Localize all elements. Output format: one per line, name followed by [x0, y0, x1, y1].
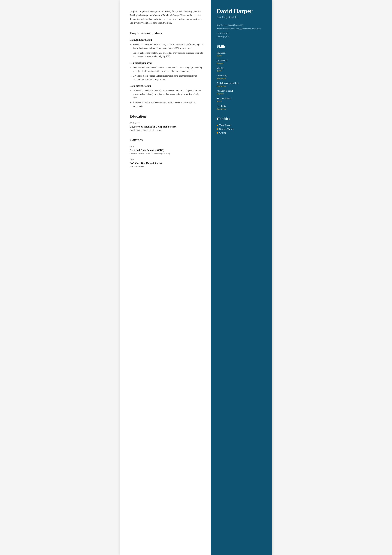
left-column: Diligent computer science graduate looki…	[120, 0, 211, 555]
contact-block: linkedin.com/in/davidharper123, davidhar…	[217, 23, 266, 38]
hobby-label-2: Creative Writing	[219, 128, 234, 130]
job-title-1: Data Administration	[130, 38, 203, 41]
courses-section: Courses 2019 Certified Data Scientist (C…	[130, 138, 203, 168]
employment-section: Employment history Data Administration M…	[130, 31, 203, 108]
skill-mysql: MySQL Skillful	[217, 67, 266, 72]
skill-level-2: Beginner	[217, 62, 266, 65]
hobby-item-2: Creative Writing	[217, 128, 266, 130]
hobby-item-1: Video Games	[217, 124, 266, 127]
skill-name-4: Order entry	[217, 74, 266, 77]
edu-school-1: Florida State College at Bradenton, FL	[130, 129, 203, 131]
skill-name-7: Risk assessment	[217, 97, 266, 100]
skill-level-5: Experienced	[217, 85, 266, 88]
candidate-name: David Harper	[217, 8, 266, 15]
skill-risk: Risk assessment Skillful	[217, 97, 266, 103]
course-name-1: Certified Data Scientist (CDS)	[130, 149, 203, 152]
skill-name-8: Flexibility	[217, 105, 266, 107]
job-bullets-3: Utilized data analysis to identify trend…	[130, 89, 203, 108]
course-year-2: 2020	[130, 158, 203, 161]
hobby-label-1: Video Games	[219, 124, 231, 127]
skill-flexibility: Flexibility Experienced	[217, 105, 266, 110]
skill-quickbooks: Quickbooks Beginner	[217, 59, 266, 65]
bullet-item: Utilized data analysis to identify trend…	[133, 89, 203, 100]
skill-level-1: Skillful	[217, 55, 266, 57]
resume-container: Diligent computer science graduate looki…	[120, 0, 272, 555]
course-institution-2: SAS Institute Inc.	[130, 166, 203, 168]
course-name-2: SAS Certified Data Scientist	[130, 162, 203, 165]
skill-level-7: Skillful	[217, 100, 266, 103]
bullet-item: Managed a database of more than 10,000 c…	[133, 43, 203, 50]
course-entry-1: 2019 Certified Data Scientist (CDS) The …	[130, 145, 203, 155]
hobby-dot-icon	[217, 132, 218, 133]
job-bullets-1: Managed a database of more than 10,000 c…	[130, 43, 203, 58]
skill-name-3: MySQL	[217, 67, 266, 69]
course-entry-2: 2020 SAS Certified Data Scientist SAS In…	[130, 158, 203, 168]
courses-title: Courses	[130, 138, 203, 142]
job-title-2: Relational Databases	[130, 62, 203, 64]
job-bullets-2: Extracted and manipulated data from a co…	[130, 66, 203, 81]
education-title: Education	[130, 114, 203, 118]
bullet-item: Conceptualized and implemented a new dat…	[133, 51, 203, 58]
hobbies-section: Hobbies Video Games Creative Writing Cyc…	[217, 117, 266, 134]
skills-section: Skills MS Excel Skillful Quickbooks Begi…	[217, 44, 266, 110]
employment-title: Employment history	[130, 31, 203, 35]
skill-level-3: Skillful	[217, 70, 266, 72]
hobby-dot-icon	[217, 125, 218, 126]
hobby-dot-icon	[217, 128, 218, 130]
contact-location: San Diego, CA	[217, 36, 266, 38]
skill-attention: Attention to detail Beginner	[217, 90, 266, 95]
skill-name-5: Statistics and probability	[217, 82, 266, 85]
job-title-3: Data Interpretation	[130, 85, 203, 87]
contact-phone: +901 355 0453	[217, 32, 266, 35]
skill-name-6: Attention to detail	[217, 90, 266, 92]
hobby-item-3: Cycling	[217, 132, 266, 134]
contact-links: linkedin.com/in/davidharper123, davidhar…	[217, 23, 266, 30]
right-column: David Harper Data Entry Specialist linke…	[211, 0, 272, 555]
candidate-role: Data Entry Specialist	[217, 16, 266, 19]
job-data-interpretation: Data Interpretation Utilized data analys…	[130, 85, 203, 108]
course-institution-1: The Data Science Council of America (DAS…	[130, 153, 203, 155]
edu-degree-1: Bachelor of Science in Computer Science	[130, 125, 203, 128]
skill-level-6: Beginner	[217, 93, 266, 95]
bullet-item: Developed a data storage and retrieval s…	[133, 74, 203, 81]
skill-name-1: MS Excel	[217, 52, 266, 54]
skill-ms-excel: MS Excel Skillful	[217, 52, 266, 57]
job-data-administration: Data Administration Managed a database o…	[130, 38, 203, 58]
skill-level-8: Experienced	[217, 108, 266, 110]
hobbies-title: Hobbies	[217, 117, 266, 121]
course-year-1: 2019	[130, 145, 203, 148]
summary-text: Diligent computer science graduate looki…	[130, 9, 203, 25]
skill-statistics: Statistics and probability Experienced	[217, 82, 266, 88]
skill-level-4: Experienced	[217, 78, 266, 80]
edu-years-1: 2012 - 2016	[130, 122, 203, 124]
job-relational-databases: Relational Databases Extracted and manip…	[130, 62, 203, 81]
education-section: Education 2012 - 2016 Bachelor of Scienc…	[130, 114, 203, 131]
skills-title: Skills	[217, 44, 266, 49]
bullet-item: Extracted and manipulated data from a co…	[133, 66, 203, 73]
skill-order-entry: Order entry Experienced	[217, 74, 266, 80]
education-entry-1: 2012 - 2016 Bachelor of Science in Compu…	[130, 122, 203, 131]
hobbies-list: Video Games Creative Writing Cycling	[217, 124, 266, 134]
skill-name-2: Quickbooks	[217, 59, 266, 62]
bullet-item: Published an article in a peer-reviewed …	[133, 101, 203, 108]
hobby-label-3: Cycling	[219, 132, 226, 134]
